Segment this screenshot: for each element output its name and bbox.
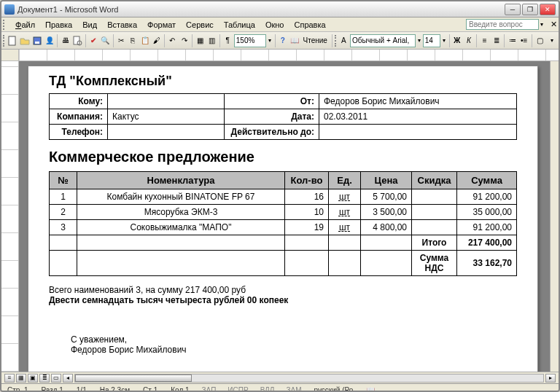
titlebar: Документ1 - Microsoft Word ─ ❐ ✕	[1, 1, 559, 17]
dropdown-icon[interactable]: ▾	[540, 21, 543, 28]
italic-icon[interactable]: К	[463, 34, 474, 48]
restore-button[interactable]: ❐	[522, 4, 538, 15]
fontsize-combo[interactable]	[423, 34, 440, 47]
new-doc-icon[interactable]	[7, 34, 18, 48]
scroll-thumb[interactable]	[75, 375, 192, 382]
fontsize-dropdown-icon[interactable]: ▾	[441, 34, 447, 48]
status-ext[interactable]: ВДЛ	[258, 386, 277, 392]
style-combo[interactable]	[350, 34, 416, 47]
col-unit: Ед.	[329, 172, 361, 189]
zoom-dropdown-icon[interactable]: ▾	[267, 34, 273, 48]
document-area[interactable]: ТД "Комплексный" Кому: От: Федоров Борис…	[19, 61, 550, 372]
status-ovr[interactable]: ЗАМ	[284, 386, 303, 392]
value-phone	[108, 125, 225, 140]
columns-icon[interactable]: ▥	[206, 34, 217, 48]
open-icon[interactable]	[19, 34, 31, 48]
menu-window[interactable]: Окно	[260, 19, 289, 31]
menu-view[interactable]: Вид	[77, 19, 102, 31]
value-to	[108, 94, 225, 109]
research-icon[interactable]: 🔍	[100, 34, 111, 48]
close-button[interactable]: ✕	[540, 4, 556, 15]
spellcheck-icon[interactable]: ✔	[88, 34, 99, 48]
horizontal-scrollbar: ≡ ▦ ▣ ≣ ▭ ◂ ▸	[1, 372, 559, 383]
svg-rect-2	[35, 42, 39, 44]
reading-label[interactable]: Чтение	[301, 36, 330, 44]
regards: С уважением,	[71, 334, 517, 345]
scroll-left-icon[interactable]: ◂	[63, 374, 73, 383]
print-icon[interactable]: 🖶	[60, 34, 71, 48]
totals-row: Итого 217 400,00	[50, 235, 517, 251]
undo-icon[interactable]: ↶	[167, 34, 178, 48]
help-icon[interactable]: ?	[277, 34, 288, 48]
tables-icon[interactable]: ▦	[195, 34, 206, 48]
value-valid	[319, 125, 517, 140]
bold-icon[interactable]: Ж	[451, 34, 462, 48]
col-sum: Сумма	[457, 172, 517, 189]
status-spell-icon[interactable]: 📖	[363, 386, 378, 392]
status-line: Ст 1	[140, 386, 160, 392]
value-vat: 33 162,70	[457, 251, 517, 276]
view-outline-icon[interactable]: ≣	[39, 374, 50, 383]
page: ТД "Комплексный" Кому: От: Федоров Борис…	[28, 66, 538, 372]
col-name: Номенклатура	[77, 172, 285, 189]
signer: Федоров Борис Михайлович	[71, 345, 517, 355]
zoom-combo[interactable]	[234, 34, 266, 47]
more-icon[interactable]: ▾	[546, 34, 557, 48]
status-trk[interactable]: ИСПР	[225, 386, 250, 392]
svg-rect-0	[9, 36, 15, 45]
toolbar-grip[interactable]	[3, 20, 7, 30]
label-valid: Действительно до:	[225, 125, 319, 140]
show-marks-icon[interactable]: ¶	[222, 34, 233, 48]
col-no: №	[50, 172, 77, 189]
label-date: Дата:	[225, 109, 319, 125]
scroll-right-icon[interactable]: ▸	[545, 374, 556, 383]
style-dropdown-icon[interactable]: ▾	[416, 34, 422, 48]
menu-insert[interactable]: Вставка	[102, 19, 142, 31]
redo-icon[interactable]: ↷	[179, 34, 190, 48]
items-table: № Номенклатура Кол-во Ед. Цена Скидка Су…	[49, 171, 517, 276]
menu-table[interactable]: Таблица	[219, 19, 260, 31]
align-left-icon[interactable]: ≡	[479, 34, 490, 48]
preview-icon[interactable]	[71, 34, 83, 48]
reading-layout-icon[interactable]: 📖	[289, 34, 300, 48]
menu-help[interactable]: Справка	[289, 19, 330, 31]
menu-tools[interactable]: Сервис	[181, 19, 219, 31]
menubar: Файл Правка Вид Вставка Формат Сервис Та…	[1, 17, 559, 32]
copy-icon[interactable]: ⎘	[128, 34, 139, 48]
cut-icon[interactable]: ✂	[116, 34, 127, 48]
toolbar-grip[interactable]	[335, 35, 338, 47]
toolbar-grip[interactable]	[3, 35, 6, 47]
save-icon[interactable]	[31, 34, 43, 48]
menu-format[interactable]: Формат	[142, 19, 181, 31]
borders-icon[interactable]: ▢	[534, 34, 545, 48]
scroll-track[interactable]	[74, 374, 544, 383]
status-lang[interactable]: русский (Ро	[311, 386, 356, 392]
status-at: На 2.3см	[97, 386, 133, 392]
table-row: 1 Комбайн кухонный BINATONE FP 67 16 шт …	[50, 189, 517, 205]
minimize-button[interactable]: ─	[505, 4, 521, 15]
view-print-icon[interactable]: ▣	[28, 374, 38, 383]
menu-edit[interactable]: Правка	[40, 19, 77, 31]
view-web-icon[interactable]: ▦	[16, 374, 26, 383]
view-reading-icon[interactable]: ▭	[51, 374, 61, 383]
paste-icon[interactable]: 📋	[139, 34, 150, 48]
help-search-input[interactable]	[466, 19, 539, 30]
view-normal-icon[interactable]: ≡	[4, 374, 15, 383]
menu-file[interactable]: Файл	[10, 19, 40, 31]
align-center-icon[interactable]: ≣	[491, 34, 502, 48]
status-pages: 1/1	[74, 386, 90, 392]
vertical-ruler[interactable]	[1, 61, 19, 372]
permissions-icon[interactable]: 👤	[44, 34, 55, 48]
status-rec[interactable]: ЗАП	[200, 386, 219, 392]
horizontal-ruler[interactable]	[1, 50, 559, 61]
numbering-icon[interactable]: ≔	[507, 34, 518, 48]
header-info-table: Кому: От: Федоров Борис Михайлович Компа…	[49, 93, 517, 140]
bullets-icon[interactable]: •≡	[518, 34, 529, 48]
table-row: 2 Мясорубка ЭКМ-3 10 шт 3 500,00 35 000,…	[50, 205, 517, 220]
value-total: 217 400,00	[457, 235, 517, 251]
styles-icon[interactable]: A	[338, 34, 349, 48]
format-painter-icon[interactable]: 🖌	[151, 34, 162, 48]
label-from: От:	[225, 94, 319, 109]
vertical-scrollbar[interactable]	[550, 61, 559, 372]
doc-close-icon[interactable]: ✕	[551, 20, 557, 29]
